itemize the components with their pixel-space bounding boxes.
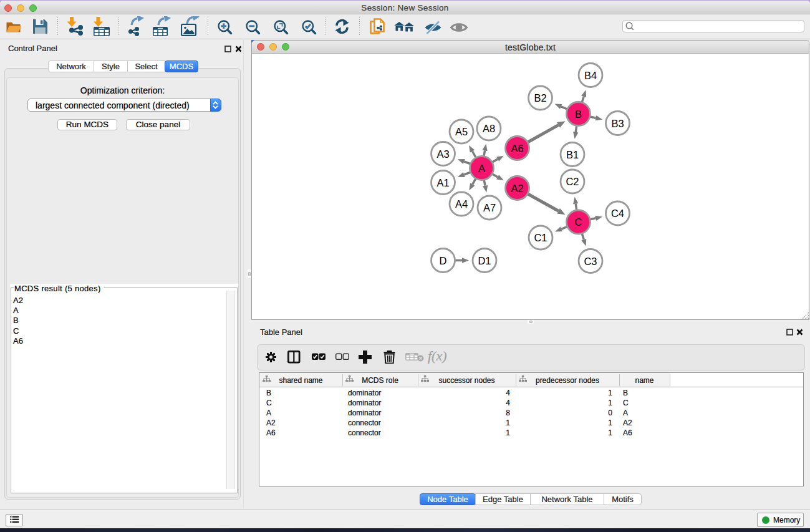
svg-text:A6: A6 (511, 143, 523, 154)
svg-text:A4: A4 (455, 198, 468, 210)
svg-text:B1: B1 (566, 149, 579, 160)
svg-text:D: D (440, 255, 447, 266)
svg-text:A: A (478, 163, 485, 174)
svg-text:A8: A8 (483, 123, 495, 134)
svg-text:A2: A2 (511, 183, 523, 194)
svg-text:C: C (575, 216, 582, 228)
svg-text:A1: A1 (436, 177, 449, 188)
svg-text:A5: A5 (455, 126, 468, 137)
svg-text:C1: C1 (534, 232, 547, 243)
svg-text:D1: D1 (478, 255, 491, 266)
svg-text:C3: C3 (584, 256, 597, 267)
svg-text:A3: A3 (436, 148, 449, 160)
svg-text:C4: C4 (611, 208, 624, 219)
svg-text:A7: A7 (483, 202, 496, 213)
svg-text:B2: B2 (534, 92, 546, 104)
svg-text:B: B (575, 109, 582, 120)
svg-text:C2: C2 (566, 176, 579, 187)
svg-text:B4: B4 (584, 70, 597, 81)
svg-text:B3: B3 (611, 118, 624, 129)
